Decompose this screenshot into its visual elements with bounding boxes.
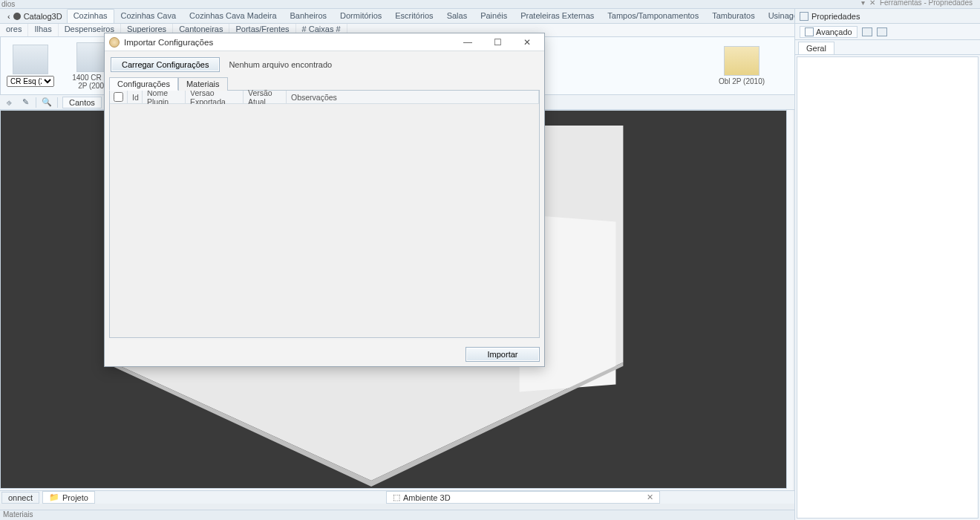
tool-title-label: Ferramentas - Propriedades: [880, 0, 973, 7]
binocular-icon[interactable]: 🔍: [41, 97, 53, 108]
advanced-label: Avançado: [816, 27, 852, 36]
tab-tampos[interactable]: Tampos/Tamponamentos: [601, 9, 705, 23]
dialog-title: Importar Configurações: [124, 38, 451, 47]
properties-tabs: Geral: [795, 40, 980, 55]
import-config-dialog: Importar Configurações — ☐ ✕ Carregar Co…: [104, 33, 545, 367]
thumb-label: Obl 2P (2010): [719, 77, 765, 85]
top-strip: dios ▾ ✕ Ferramentas - Propriedades: [0, 0, 980, 9]
select-all-checkbox[interactable]: [114, 92, 123, 102]
dialog-titlebar[interactable]: Importar Configurações — ☐ ✕: [105, 33, 544, 51]
app-icon: [109, 37, 120, 48]
top-hint: dios: [1, 0, 15, 8]
sub-ores[interactable]: ores: [0, 24, 28, 36]
gallery-thumb-1[interactable]: CR Esq (200: [5, 45, 56, 87]
mini-tab-cantos[interactable]: Cantos: [62, 97, 102, 108]
maximize-button[interactable]: ☐: [485, 34, 510, 51]
status-text: Materiais: [3, 510, 33, 519]
properties-title: Propriedades: [811, 12, 860, 21]
bottom-tab-projeto[interactable]: 📁 Projeto: [42, 491, 95, 504]
bottom-tab-ambiente[interactable]: ⬚ Ambiente 3D ✕: [386, 491, 660, 504]
properties-toolbar: Avançado: [795, 24, 980, 40]
tab-prateleiras[interactable]: Prateleiras Externas: [514, 9, 601, 23]
grid-header: Id Nome Plugin Versão Exportada Versão A…: [110, 91, 539, 104]
tab-dormitorios[interactable]: Dormitórios: [333, 9, 388, 23]
dialog-tab-config[interactable]: Configurações: [109, 77, 178, 91]
load-config-button[interactable]: Carregar Configurações: [111, 57, 220, 72]
advanced-icon: [805, 27, 814, 36]
advanced-button[interactable]: Avançado: [800, 26, 858, 38]
tab-paineis[interactable]: Painéis: [474, 9, 514, 23]
cube-icon: ⬚: [393, 493, 400, 502]
dialog-footer: Importar: [105, 342, 544, 366]
dialog-status-text: Nenhum arquivo encontrado: [229, 60, 332, 69]
properties-body: [797, 56, 979, 519]
properties-tab-geral[interactable]: Geral: [798, 42, 834, 54]
tab-tamburatos[interactable]: Tamburatos: [705, 9, 761, 23]
minimize-button[interactable]: —: [455, 34, 480, 51]
thumb-select[interactable]: CR Esq (200: [7, 76, 54, 87]
thumb-image: [724, 46, 760, 76]
dialog-top-row: Carregar Configurações Nenhum arquivo en…: [105, 51, 544, 77]
grid-col-nome-plugin[interactable]: Nome Plugin: [143, 91, 186, 104]
tab-cozinhas-cava-madeira[interactable]: Cozinhas Cava Madeira: [183, 9, 283, 23]
bottom-tab-label: Projeto: [62, 493, 88, 502]
dialog-grid: Id Nome Plugin Versão Exportada Versão A…: [109, 90, 540, 338]
properties-panel: Propriedades Avançado Geral: [794, 9, 980, 520]
tab-escritorios[interactable]: Escritórios: [388, 9, 440, 23]
dialog-tabs: Configurações Materiais: [105, 77, 544, 90]
grid-col-id[interactable]: Id: [128, 91, 143, 104]
list-icon[interactable]: [877, 27, 887, 36]
grid-col-checkbox[interactable]: [110, 91, 128, 104]
tab-banheiros[interactable]: Banheiros: [284, 9, 334, 23]
bottom-tab-connect[interactable]: onnect: [1, 492, 39, 504]
bottom-tab-label: Ambiente 3D: [403, 493, 451, 502]
grid-body-empty: [110, 104, 539, 337]
grid-icon[interactable]: [862, 27, 872, 36]
catalog-label: Catalog3D: [24, 12, 62, 21]
pin-icon[interactable]: ▾: [861, 0, 865, 7]
catalog-dot-icon: [13, 13, 21, 20]
close-icon[interactable]: ✕: [869, 0, 875, 7]
gallery-thumb-far[interactable]: Obl 2P (2010): [716, 46, 767, 85]
properties-header: Propriedades: [795, 9, 980, 24]
tab-cozinhas-cava[interactable]: Cozinhas Cava: [114, 9, 183, 23]
close-button[interactable]: ✕: [514, 34, 540, 51]
tab-cozinhas[interactable]: Cozinhas: [67, 9, 114, 23]
import-button[interactable]: Importar: [466, 347, 540, 362]
grid-col-versao-exportada[interactable]: Versão Exportada: [186, 91, 244, 104]
chevron-left-icon[interactable]: ‹: [7, 12, 10, 21]
sub-ilhas[interactable]: Ilhas: [28, 24, 58, 36]
close-icon[interactable]: ✕: [647, 493, 653, 502]
catalog-chip[interactable]: ‹ Catalog3D: [3, 9, 67, 23]
thumb-image: [13, 45, 48, 74]
tool-icon-1[interactable]: ⎆: [3, 97, 15, 108]
grid-col-observacoes[interactable]: Observações: [287, 91, 539, 104]
grid-col-versao-atual[interactable]: Versão Atual: [244, 91, 287, 104]
tool-icon-2[interactable]: ✎: [19, 97, 31, 108]
dialog-tab-materials[interactable]: Materiais: [178, 77, 228, 91]
top-right-tool-title: ▾ ✕ Ferramentas - Propriedades: [861, 0, 973, 7]
properties-icon: [800, 12, 808, 21]
tab-salas[interactable]: Salas: [440, 9, 474, 23]
folder-icon: 📁: [49, 493, 59, 502]
